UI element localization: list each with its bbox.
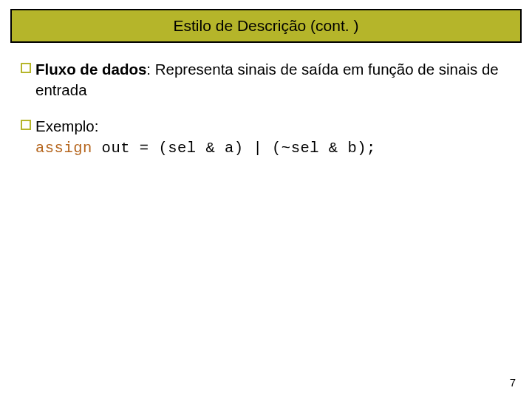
code-rest: out = (sel & a) | (~sel & b); <box>92 140 376 157</box>
page-number: 7 <box>510 376 516 389</box>
bullet-text: Exemplo: <box>35 116 98 137</box>
bullet-item-fluxo: Fluxo de dados: Representa sinais de saí… <box>21 59 511 100</box>
square-bullet-icon <box>21 120 31 130</box>
bullet-text: Fluxo de dados: Representa sinais de saí… <box>35 59 511 100</box>
svg-rect-1 <box>21 120 30 129</box>
slide-title: Estilo de Descrição (cont. ) <box>174 17 359 35</box>
code-keyword: assign <box>35 140 92 157</box>
bold-term: Fluxo de dados <box>35 61 146 78</box>
example-label: Exemplo: <box>35 117 98 134</box>
title-bar: Estilo de Descrição (cont. ) <box>10 9 522 43</box>
bullet-item-exemplo: Exemplo: <box>21 116 511 137</box>
svg-rect-0 <box>21 64 30 72</box>
square-bullet-icon <box>21 63 31 73</box>
code-line: assign out = (sel & a) | (~sel & b); <box>35 140 511 157</box>
content-area: Fluxo de dados: Representa sinais de saí… <box>0 43 532 157</box>
